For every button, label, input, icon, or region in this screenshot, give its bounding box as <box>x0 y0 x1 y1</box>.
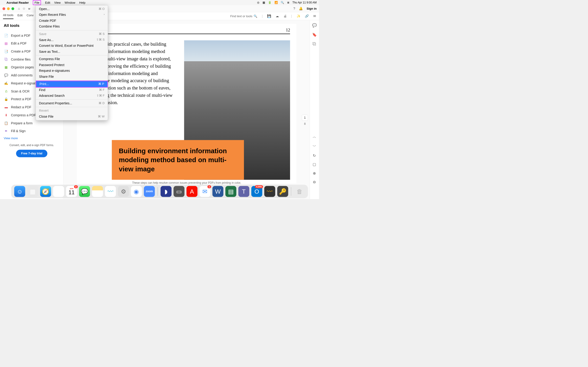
sidebar-item-label: Compress a PDF <box>11 113 36 117</box>
ai-icon[interactable]: ✨ <box>296 14 300 18</box>
dock-excel-icon[interactable]: ▤ <box>225 186 236 197</box>
page-number: 12 <box>286 27 290 32</box>
tab-all-tools[interactable]: All tools <box>3 13 14 19</box>
close-window-button[interactable] <box>2 7 5 10</box>
dock-messages-icon[interactable]: 💬 <box>79 186 90 197</box>
trial-button[interactable]: Free 7-day trial <box>16 150 47 157</box>
chevron-down-icon[interactable]: ﹀ <box>313 144 316 149</box>
home-icon[interactable]: ⌂ <box>18 7 20 10</box>
shortcut-label: ⇧⌘ S <box>96 38 104 42</box>
battery-icon[interactable]: 🔋 <box>268 1 271 4</box>
zoom-in-icon[interactable]: ⊕ <box>313 171 316 175</box>
callout-title: Building environment information modelin… <box>119 146 237 174</box>
tab-convert[interactable]: Conv <box>27 14 34 19</box>
wifi-icon[interactable]: 📶 <box>275 1 278 4</box>
dock-acrobat-icon[interactable]: A <box>187 186 198 197</box>
dock-photos-icon[interactable]: ✿ <box>53 186 64 197</box>
shortcut-label: ⌘ S <box>99 32 104 36</box>
fit-icon[interactable]: ▢ <box>313 162 316 167</box>
find-text-button[interactable]: Find text or tools 🔍 <box>230 15 257 18</box>
dock-safari-icon[interactable]: 🧭 <box>40 186 51 197</box>
zoom-out-icon[interactable]: ⊖ <box>313 180 316 184</box>
menu-item-revert: Revert <box>36 108 108 114</box>
sidebar-item-12[interactable]: ✒Fill & Sign <box>4 127 60 135</box>
dock-trash-icon[interactable]: 🗑 <box>294 186 305 197</box>
current-page-input[interactable]: 1 <box>302 115 308 121</box>
dock-zoom-icon[interactable]: zoom <box>144 186 155 197</box>
badge: 6,985 <box>255 185 263 189</box>
app-tray-icon[interactable]: ▦ <box>262 1 265 4</box>
menu-item-label: Share File <box>39 75 54 79</box>
control-center-icon[interactable]: ≣ <box>287 1 289 4</box>
menu-edit[interactable]: Edit <box>45 1 50 4</box>
dock-freeform-icon[interactable]: 〰 <box>105 186 116 197</box>
menu-item-open-[interactable]: Open...⌘ O <box>36 6 108 12</box>
menu-item-close-file[interactable]: Close File⌘ W <box>36 114 108 119</box>
menu-item-save-as-[interactable]: Save As...⇧⌘ S <box>36 37 108 43</box>
app-name[interactable]: Acrobat Reader <box>6 1 29 4</box>
dock-wave-icon[interactable]: 〰 <box>264 186 275 197</box>
document-tab[interactable]: w <box>28 7 30 10</box>
refresh-icon[interactable]: ↻ <box>313 153 316 158</box>
spotlight-icon[interactable]: 🔍 <box>281 1 284 4</box>
bookmark-icon[interactable]: 🔖 <box>312 33 317 37</box>
signin-button[interactable]: Sign in <box>307 7 317 10</box>
menu-item-save-as-text-[interactable]: Save as Text... <box>36 49 108 55</box>
menu-item-combine-files[interactable]: Combine Files <box>36 24 108 30</box>
shortcut-label: ⇧⌘ F <box>96 94 104 98</box>
grammarly-icon[interactable]: ◎ <box>257 1 259 4</box>
view-more-link[interactable]: View more <box>4 136 60 140</box>
bell-icon[interactable]: 🔔 <box>299 7 303 10</box>
menu-item-save: Save⌘ S <box>36 31 108 37</box>
dock-word-icon[interactable]: W <box>212 186 224 197</box>
menu-item-label: Advanced Search <box>39 94 65 98</box>
save-icon[interactable]: 💾 <box>267 14 271 18</box>
link-icon[interactable]: 🔗 <box>305 14 309 18</box>
menu-item-advanced-search[interactable]: Advanced Search⇧⌘ F <box>36 93 108 99</box>
menu-item-create-pdf[interactable]: Create PDF <box>36 18 108 24</box>
tab-edit[interactable]: Edit <box>17 14 23 19</box>
right-rail: 💬 🔖 ⿻ ︿ ﹀ ↻ ▢ ⊕ ⊖ <box>310 20 319 199</box>
shortcut-label: ⌘ F <box>99 88 105 92</box>
star-icon[interactable]: ☆ <box>23 7 25 10</box>
menu-help[interactable]: Help <box>79 1 86 4</box>
dock-teams-icon[interactable]: T <box>238 186 250 197</box>
dock-app2-icon[interactable]: ▭ <box>173 186 184 197</box>
sidebar-item-label: Organize pages <box>11 65 34 69</box>
dock-notes-icon[interactable] <box>92 186 103 197</box>
mail-icon[interactable]: ✉ <box>313 14 316 18</box>
sidebar-item-label: Edit a PDF <box>11 42 27 45</box>
menu-item-compress-file[interactable]: Compress File <box>36 56 108 62</box>
cloud-icon[interactable]: ☁ <box>276 14 279 18</box>
dock-calendar-icon[interactable]: APR112 <box>66 186 77 197</box>
menu-item-convert-to-word-excel-or-powerpoint[interactable]: Convert to Word, Excel or PowerPoint <box>36 43 108 49</box>
dock-launchpad-icon[interactable]: ▦ <box>27 186 38 197</box>
minimize-window-button[interactable] <box>7 7 10 10</box>
clock[interactable]: Thu Apr 11 9:00 AM <box>292 1 317 4</box>
menu-item-open-recent-files[interactable]: Open Recent Files› <box>36 12 108 18</box>
dock-keychain-icon[interactable]: 🔑 <box>277 186 288 197</box>
dock-app1-icon[interactable]: ◗ <box>161 186 172 197</box>
dock-chrome-icon[interactable]: ◉ <box>131 186 142 197</box>
print-icon[interactable]: 🖨 <box>284 14 287 18</box>
sidebar-item-icon: ⎙ <box>4 89 8 93</box>
chevron-up-icon[interactable]: ︿ <box>313 134 316 139</box>
dock-mail-icon[interactable]: ✉1 <box>199 186 210 197</box>
maximize-window-button[interactable] <box>11 7 14 10</box>
help-icon[interactable]: ? <box>293 7 295 10</box>
dock-outlook-icon[interactable]: O6,985 <box>251 186 262 197</box>
menu-item-password-protect[interactable]: Password Protect <box>36 62 108 68</box>
menu-window[interactable]: Window <box>65 1 75 4</box>
menu-item-request-e-signatures[interactable]: Request e-signatures <box>36 68 108 74</box>
menu-item-print-[interactable]: Print...⌘ P <box>36 81 108 88</box>
menu-item-document-properties-[interactable]: Document Properties...⌘ D <box>36 100 108 106</box>
menu-item-label: Combine Files <box>39 25 60 28</box>
copy-icon[interactable]: ⿻ <box>313 42 316 46</box>
menu-view[interactable]: View <box>54 1 61 4</box>
menu-item-find[interactable]: Find⌘ F <box>36 87 108 93</box>
menu-item-share-file[interactable]: Share File <box>36 74 108 80</box>
menu-file[interactable]: File <box>33 0 41 5</box>
dock-finder-icon[interactable]: ☺ <box>14 186 25 197</box>
dock-settings-icon[interactable]: ⚙ <box>118 186 129 197</box>
comment-icon[interactable]: 💬 <box>312 23 317 27</box>
